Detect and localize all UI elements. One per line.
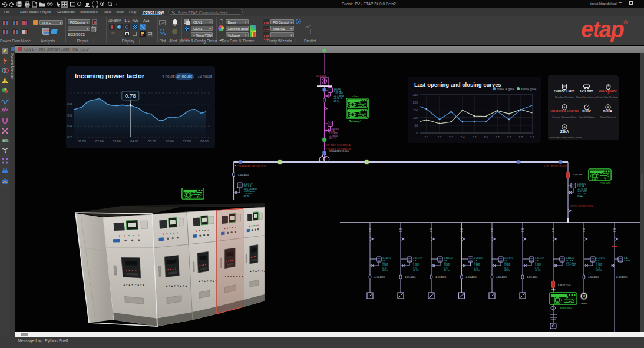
svg-text:2.7: 2.7 bbox=[519, 135, 523, 139]
svg-text:48 Hz: 48 Hz bbox=[334, 100, 340, 102]
svg-text:0.78: 0.78 bbox=[125, 92, 136, 99]
svg-text:-29.7 %: -29.7 % bbox=[329, 137, 337, 140]
svg-text:4-3/0 AWG: 4-3/0 AWG bbox=[405, 276, 415, 279]
svg-text:1: 1 bbox=[70, 91, 72, 95]
svg-text:100: 100 bbox=[413, 116, 418, 120]
svg-text:4 WTG PROTECTION: 4 WTG PROTECTION bbox=[570, 205, 593, 207]
svg-text:▲▼▲▼ ▼▲▼▲: ▲▼▲▼ ▼▲▼▲ bbox=[249, 270, 272, 273]
svg-text:Gateway1: Gateway1 bbox=[349, 120, 362, 123]
svg-text:07:00: 07:00 bbox=[183, 140, 191, 143]
svg-text:05:00: 05:00 bbox=[148, 140, 156, 143]
svg-text:6 WTG POD: 6 WTG POD bbox=[558, 284, 571, 286]
svg-text:250: 250 bbox=[413, 93, 418, 97]
svg-text:2.1: 2.1 bbox=[425, 135, 429, 139]
svg-text:2.7: 2.7 bbox=[496, 135, 500, 139]
svg-text:48 Hz: 48 Hz bbox=[504, 269, 510, 271]
svg-text:4-3/0 AWG: 4-3/0 AWG bbox=[435, 276, 446, 279]
svg-text:2.7: 2.7 bbox=[507, 135, 511, 139]
svg-text:02:00: 02:00 bbox=[95, 140, 104, 143]
svg-text:5-4/0 MW: 5-4/0 MW bbox=[573, 174, 583, 176]
svg-text:1 Motor: 1 Motor bbox=[579, 303, 587, 305]
svg-text:PQM GW3: PQM GW3 bbox=[600, 182, 610, 184]
svg-text:CTF MAIN INCOMING A: CTF MAIN INCOMING A bbox=[326, 144, 351, 147]
svg-text:Sluice GW2: Sluice GW2 bbox=[560, 307, 572, 309]
svg-text:4-3/0 AWG: 4-3/0 AWG bbox=[527, 276, 537, 279]
svg-text:1 MVA 34.5/13.8 kV: 1 MVA 34.5/13.8 kV bbox=[329, 150, 349, 153]
svg-text:4-3/0 AWG: 4-3/0 AWG bbox=[466, 276, 477, 279]
svg-text:0.6: 0.6 bbox=[67, 114, 72, 117]
svg-text:48 Hz: 48 Hz bbox=[596, 269, 602, 271]
svg-text:4-3/0 AWG: 4-3/0 AWG bbox=[374, 276, 385, 279]
svg-text:0: 0 bbox=[416, 131, 418, 135]
svg-text:CTF FEEDER PROTECTION: CTF FEEDER PROTECTION bbox=[237, 165, 266, 168]
svg-text:150: 150 bbox=[413, 108, 418, 112]
svg-text:48 Hz: 48 Hz bbox=[444, 269, 450, 271]
svg-text:▲▼▲▼ ▼▲▼▲: ▲▼▲▼ ▼▲▼▲ bbox=[123, 283, 146, 286]
svg-text:01:00: 01:00 bbox=[78, 140, 86, 143]
svg-text:-0.87 MW: -0.87 MW bbox=[566, 264, 576, 267]
svg-text:0.4: 0.4 bbox=[67, 124, 72, 128]
svg-text:48 Hz: 48 Hz bbox=[382, 269, 388, 271]
svg-text:0.8: 0.8 bbox=[67, 102, 72, 106]
svg-text:4-3/0 AWG: 4-3/0 AWG bbox=[496, 276, 507, 279]
svg-text:50: 50 bbox=[414, 124, 418, 127]
svg-text:0 kvar: 0 kvar bbox=[624, 260, 630, 262]
svg-text:2-3/0 AWG: 2-3/0 AWG bbox=[616, 276, 627, 279]
svg-text:200: 200 bbox=[413, 101, 418, 104]
svg-text:2.7: 2.7 bbox=[530, 135, 534, 139]
svg-text:08:00: 08:00 bbox=[200, 140, 209, 143]
svg-text:2.5: 2.5 bbox=[473, 135, 477, 139]
svg-text:48 Hz: 48 Hz bbox=[474, 269, 480, 271]
svg-text:48 Hz: 48 Hz bbox=[244, 195, 250, 197]
svg-text:48 Hz: 48 Hz bbox=[577, 195, 583, 198]
svg-text:U1 115 kV: U1 115 kV bbox=[316, 75, 326, 77]
svg-text:A: A bbox=[606, 105, 609, 109]
svg-text:4-3/0 AWG: 4-3/0 AWG bbox=[588, 276, 599, 279]
svg-text:M: M bbox=[583, 295, 585, 298]
svg-text:2.4: 2.4 bbox=[461, 135, 465, 139]
svg-text:48 Hz: 48 Hz bbox=[413, 269, 419, 271]
svg-text:A: A bbox=[563, 125, 566, 129]
svg-text:u1rms: u1rms bbox=[352, 95, 359, 98]
svg-text:2.3: 2.3 bbox=[449, 135, 453, 139]
svg-text:0.2: 0.2 bbox=[67, 135, 72, 139]
svg-text:2.2: 2.2 bbox=[438, 135, 442, 139]
svg-text:03:00: 03:00 bbox=[113, 140, 121, 143]
svg-text:2.6: 2.6 bbox=[484, 135, 488, 139]
svg-text:CTF TIE PROTECTION: CTF TIE PROTECTION bbox=[544, 165, 568, 167]
svg-text:3-4/0 AWG: 3-4/0 AWG bbox=[238, 174, 249, 177]
svg-text:04:00: 04:00 bbox=[130, 140, 138, 143]
svg-text:48 Hz: 48 Hz bbox=[535, 269, 541, 271]
svg-text:▲▼▲▼ ▼▲▼▲: ▲▼▲▼ ▼▲▼▲ bbox=[166, 284, 188, 287]
svg-text:06:00: 06:00 bbox=[166, 140, 174, 143]
